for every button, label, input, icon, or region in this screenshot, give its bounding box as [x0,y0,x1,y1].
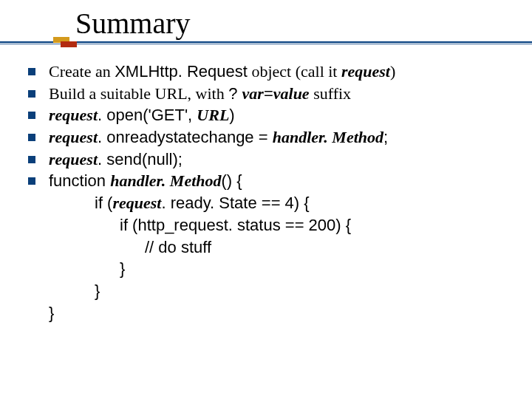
code-line: } [49,302,517,324]
bullet-text: Create an XMLHttp. Request object (call … [49,61,517,83]
bullet-icon [28,156,35,163]
title-wrap: Summary [75,7,191,40]
bullet-row: function handler. Method() { [28,170,517,192]
bullet-text: request. open('GET', URL) [49,104,517,126]
bullet-row: request. open('GET', URL) [28,104,517,126]
bullet-row: Build a suitable URL, with ? var=value s… [28,83,517,105]
bullet-row: request. send(null); [28,149,517,171]
code-line: } [49,258,517,280]
bullet-icon [28,177,35,185]
bullet-icon [28,134,35,141]
code-line: } [49,280,517,302]
bullet-text: request. send(null); [49,149,517,171]
bullet-text: function handler. Method() { [49,170,517,192]
title-underline [0,41,532,44]
bullet-row: Create an XMLHttp. Request object (call … [28,61,517,83]
code-line: if (http_request. status == 200) { [49,214,517,236]
slide-body: Create an XMLHttp. Request object (call … [28,61,517,324]
code-line: if (request. ready. State == 4) { [49,192,517,214]
bullet-text: request. onreadystatechange = handler. M… [49,126,517,149]
code-block: if (request. ready. State == 4) { if (ht… [49,192,517,324]
bullet-icon [28,68,35,75]
bullet-row: request. onreadystatechange = handler. M… [28,126,517,149]
title-accent-icon [53,37,75,47]
bullet-icon [28,112,35,119]
bullet-icon [28,90,35,98]
bullet-text: Build a suitable URL, with ? var=value s… [49,83,517,105]
slide-title: Summary [75,7,191,40]
code-line: // do stuff [49,236,517,259]
slide: Summary Create an XMLHttp. Request objec… [0,0,532,399]
